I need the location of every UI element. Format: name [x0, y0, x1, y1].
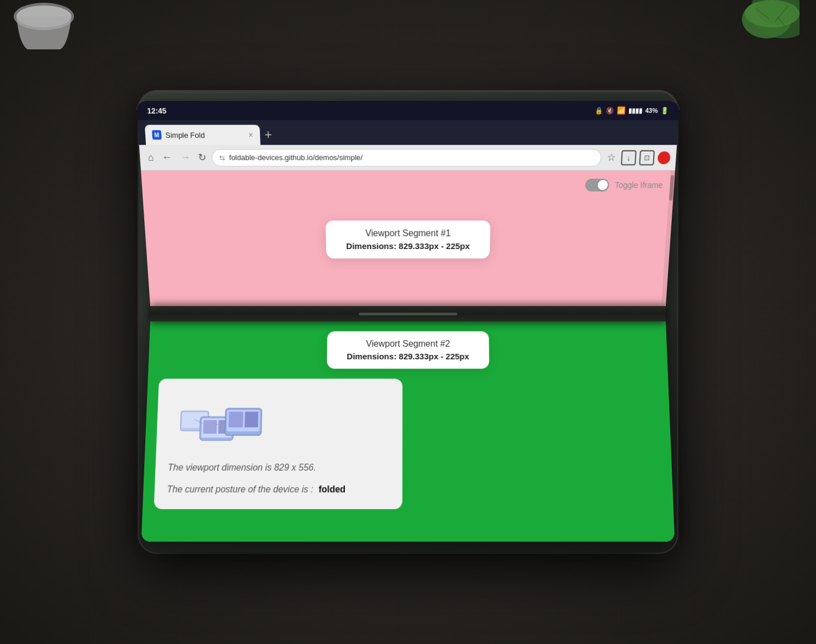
bookmark-button[interactable]: ☆ [604, 149, 619, 166]
screen-area: 12:45 🔒 🔇 📶 ▮▮▮▮ 43% 🔋 M Simple Fold [150, 109, 666, 535]
device-wrapper: 12:45 🔒 🔇 📶 ▮▮▮▮ 43% 🔋 M Simple Fold [106, 75, 710, 569]
cup-decoration [0, 0, 88, 66]
sound-icon: 🔇 [606, 106, 614, 114]
device-hinge [150, 306, 666, 321]
toggle-switch[interactable] [585, 179, 609, 191]
active-tab[interactable]: M Simple Fold × [145, 125, 260, 145]
svg-rect-13 [203, 420, 217, 434]
posture-value: folded [319, 484, 345, 494]
top-screen: 12:45 🔒 🔇 📶 ▮▮▮▮ 43% 🔋 M Simple Fold [136, 101, 680, 306]
record-button[interactable] [658, 151, 671, 163]
signal-icon: ▮▮▮▮ [628, 106, 643, 114]
posture-prefix: The current posture of the device is : [167, 484, 313, 494]
segment1-info-box: Viewport Segment #1 Dimensions: 829.333p… [326, 221, 491, 258]
tab-title: Simple Fold [165, 131, 205, 139]
battery-text: 43% [645, 107, 658, 114]
segment1-title: Viewport Segment #1 [346, 228, 470, 238]
status-bar: 12:45 🔒 🔇 📶 ▮▮▮▮ 43% 🔋 [136, 101, 680, 120]
bottom-content: Viewport Segment #2 Dimensions: 829.333p… [143, 321, 673, 509]
svg-point-3 [745, 0, 800, 27]
bottom-screen: Viewport Segment #2 Dimensions: 829.333p… [141, 321, 675, 542]
toggle-knob [598, 180, 609, 190]
tab-close-btn[interactable]: × [248, 130, 253, 139]
posture-text-row: The current posture of the device is : f… [167, 483, 390, 496]
hinge-bar [359, 313, 457, 315]
url-text: foldable-devices.github.io/demos/simple/ [229, 153, 362, 162]
refresh-button[interactable]: ↻ [196, 149, 209, 166]
segment2-title: Viewport Segment #2 [347, 339, 469, 349]
segment1-dimensions: Dimensions: 829.333px - 225px [346, 241, 470, 251]
device-illustration [168, 389, 390, 453]
top-content-area: Viewport Segment #1 Dimensions: 829.333p… [141, 171, 675, 306]
svg-rect-17 [229, 411, 243, 427]
wifi-icon: 📶 [617, 106, 626, 115]
plant-decoration [690, 0, 800, 71]
viewport-dimension-text: The viewport dimension is 829 x 556. [168, 461, 390, 474]
home-button[interactable]: ⌂ [145, 149, 157, 166]
segment2-dimensions: Dimensions: 829.333px - 225px [347, 352, 469, 361]
nav-bar: ⌂ ← → ↻ ⇆ foldable-devices.github.io/dem… [139, 145, 677, 171]
toggle-label: Toggle Iframe [615, 180, 664, 190]
battery-icon: 🔋 [660, 106, 669, 114]
svg-rect-18 [245, 411, 258, 427]
download-button[interactable]: ↓ [621, 150, 637, 165]
lock-icon: 🔒 [595, 106, 603, 114]
status-icons: 🔒 🔇 📶 ▮▮▮▮ 43% 🔋 [595, 106, 670, 115]
info-card: The viewport dimension is 829 x 556. The… [154, 379, 403, 509]
extensions-button[interactable]: ⊡ [639, 150, 655, 165]
address-bar[interactable]: ⇆ foldable-devices.github.io/demos/simpl… [212, 149, 602, 166]
tab-favicon: M [152, 130, 162, 139]
back-button[interactable]: ← [159, 149, 175, 166]
segment2-info-box: Viewport Segment #2 Dimensions: 829.333p… [327, 331, 489, 369]
forward-button[interactable]: → [177, 149, 193, 166]
status-time: 12:45 [147, 106, 167, 115]
toggle-iframe-area: Toggle Iframe [585, 179, 664, 191]
url-icon: ⇆ [219, 154, 225, 162]
new-tab-button[interactable]: + [264, 127, 273, 145]
tab-bar: M Simple Fold × + [138, 120, 679, 145]
